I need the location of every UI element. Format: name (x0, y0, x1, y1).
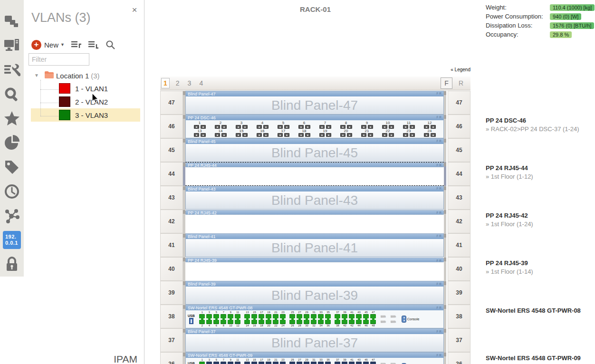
switch-port-col-3[interactable]: 56 (213, 358, 220, 364)
fiber-pair-8[interactable]: 8 (339, 121, 353, 129)
vlan-item-1[interactable]: 1 - VLAN1 (24, 82, 144, 95)
topology-icon[interactable] (0, 10, 24, 34)
device-panel-pp-24-dsc-46[interactable]: PP 24 DSC-46F R1234567891011121314151617… (185, 115, 444, 138)
fiber-pair-10[interactable]: 10 (381, 121, 395, 129)
switch-port-col-15[interactable]: 2930 (304, 358, 310, 364)
rack-tab-4[interactable]: 4 (197, 78, 205, 88)
switch-port-col-19[interactable]: 3738 (335, 311, 341, 327)
switch-port-col-9[interactable]: 1718 (259, 358, 265, 364)
switch-port-col-24[interactable]: 4748 (370, 311, 376, 327)
switch-port-col-13[interactable]: 2526 (289, 358, 296, 364)
fiber-pair-17[interactable]: 17 (276, 129, 290, 137)
switch-port-col-24[interactable]: 4748 (370, 358, 376, 364)
view-button-r[interactable]: R (455, 78, 467, 88)
fiber-pair-12[interactable]: 12 (422, 121, 437, 129)
device-panel-blind-panel-37[interactable]: Blind Panel-37F RBlind Panel-37 (185, 328, 444, 352)
vlan-item-2[interactable]: 2 - VLAN2 (24, 95, 144, 108)
fiber-pair-23[interactable]: 23 (402, 129, 416, 137)
fiber-pair-3[interactable]: 3 (234, 121, 249, 129)
sfp-cage-sfp1[interactable]: SFP1 (381, 316, 385, 317)
history-icon[interactable] (0, 179, 24, 203)
fiber-pair-11[interactable]: 11 (402, 121, 416, 129)
fiber-pair-1[interactable]: 1 (192, 121, 207, 129)
search-nav-icon[interactable] (0, 82, 24, 106)
fiber-pair-7[interactable]: 7 (318, 121, 332, 129)
rack-tab-2[interactable]: 2 (174, 78, 182, 88)
expander-triangle-icon[interactable]: ▼ (34, 73, 39, 78)
usb-port-icon[interactable] (189, 318, 193, 324)
search-icon[interactable] (106, 40, 115, 49)
new-vlan-button[interactable]: + New ▼ (31, 40, 65, 50)
switch-port-col-7[interactable]: 1314 (244, 358, 250, 364)
switch-port-col-13[interactable]: 2526 (289, 311, 296, 327)
switch-port-col-1[interactable]: 12 (199, 358, 205, 364)
switch-port-col-23[interactable]: 4546 (363, 311, 369, 327)
switch-port-col-11[interactable]: 2122 (273, 311, 279, 327)
filter-input[interactable] (29, 53, 89, 66)
fiber-pair-9[interactable]: 9 (360, 121, 374, 129)
switch-port-col-16[interactable]: 3132 (311, 358, 317, 364)
switch-port-col-21[interactable]: 4142 (349, 358, 355, 364)
tree-node-location-1[interactable]: ▼ Location 1 (3) (24, 69, 144, 82)
workstation-icon[interactable] (0, 34, 24, 58)
switch-port-col-5[interactable]: 910 (228, 311, 234, 327)
switch-port-col-2[interactable]: 34 (206, 311, 212, 327)
connections-icon[interactable] (0, 203, 24, 228)
switch-port-col-5[interactable]: 910 (228, 358, 234, 364)
switch-port-col-3[interactable]: 56 (213, 311, 220, 327)
rack-tab-3[interactable]: 3 (186, 78, 193, 88)
sfp-cage-sfp4[interactable]: SFP4 (391, 321, 395, 323)
switch-port-col-17[interactable]: 3334 (318, 358, 324, 364)
switch-port-col-10[interactable]: 1920 (266, 311, 272, 327)
device-panel-blind-panel-41[interactable]: Blind Panel-41F RBlind Panel-41 (185, 233, 444, 257)
device-panel-blind-panel-45[interactable]: Blind Panel-45F RBlind Panel-45 (185, 138, 444, 162)
close-icon[interactable]: × (129, 5, 140, 15)
switch-port-col-17[interactable]: 3334 (318, 311, 324, 327)
console-port-icon[interactable] (402, 316, 406, 323)
reports-icon[interactable] (0, 131, 24, 155)
switch-port-col-18[interactable]: 3536 (325, 311, 331, 327)
switch-port-col-12[interactable]: 2324 (280, 358, 286, 364)
sfp-cage-sfp2[interactable]: SFP2 (381, 321, 385, 323)
switch-port-col-22[interactable]: 4344 (356, 311, 362, 327)
fiber-pair-16[interactable]: 16 (255, 129, 269, 137)
switch-port-col-20[interactable]: 3940 (342, 358, 348, 364)
expand-all-icon[interactable] (71, 40, 82, 49)
view-button-f[interactable]: F (441, 77, 452, 89)
switch-port-col-6[interactable]: 1112 (235, 311, 241, 327)
switch-port-col-11[interactable]: 2122 (273, 358, 279, 364)
switch-port-col-21[interactable]: 4142 (349, 311, 355, 327)
sfp-cage-sfp3[interactable]: SFP3 (391, 316, 395, 317)
switch-port-col-20[interactable]: 3940 (342, 311, 348, 327)
switch-port-col-6[interactable]: 1112 (235, 358, 241, 364)
switch-port-col-2[interactable]: 34 (206, 358, 212, 364)
device-panel-blind-panel-39[interactable]: Blind Panel-39F RBlind Panel-39 (185, 281, 444, 305)
switch-port-col-23[interactable]: 4546 (363, 358, 369, 364)
security-icon[interactable] (0, 252, 24, 276)
switch-port-col-19[interactable]: 3738 (335, 358, 341, 364)
vlan-item-3[interactable]: 3 - VLAN3 (31, 108, 140, 122)
switch-port-col-7[interactable]: 1314 (244, 311, 250, 327)
device-panel-pp-24-rj45-42[interactable]: PP 24 RJ45-42F R123456789101112131415161… (185, 210, 444, 215)
switch-port-col-15[interactable]: 2930 (304, 311, 310, 327)
switch-port-col-14[interactable]: 2728 (297, 311, 303, 327)
legend-link[interactable]: « Legend (160, 67, 470, 72)
fiber-pair-22[interactable]: 22 (381, 129, 395, 137)
switch-port-col-22[interactable]: 4344 (356, 358, 362, 364)
device-panel-pp-24-rj45-44[interactable]: PP 24 RJ45-44F R123456789101112131415161… (185, 163, 444, 167)
fiber-pair-21[interactable]: 21 (360, 129, 374, 137)
switch-port-col-18[interactable]: 3536 (325, 358, 331, 364)
switch-port-col-14[interactable]: 2728 (297, 358, 303, 364)
switch-port-col-4[interactable]: 78 (221, 311, 227, 327)
fiber-pair-24[interactable]: 24 (422, 129, 437, 137)
fiber-pair-4[interactable]: 4 (255, 121, 269, 129)
switch-port-col-1[interactable]: 12 (199, 311, 205, 327)
ipam-icon[interactable]: 192. 0.0.1 (0, 228, 24, 252)
fiber-pair-19[interactable]: 19 (318, 129, 332, 137)
rack-tab-1[interactable]: 1 (161, 78, 170, 88)
device-panel-blind-panel-43[interactable]: Blind Panel-43F RBlind Panel-43 (185, 186, 444, 210)
fiber-pair-18[interactable]: 18 (297, 129, 311, 137)
device-panel-pp-24-rj45-39[interactable]: PP 24 RJ45-39F R123456789101112131415161… (185, 258, 444, 262)
fiber-pair-5[interactable]: 5 (276, 121, 290, 129)
favorites-icon[interactable] (0, 106, 24, 131)
